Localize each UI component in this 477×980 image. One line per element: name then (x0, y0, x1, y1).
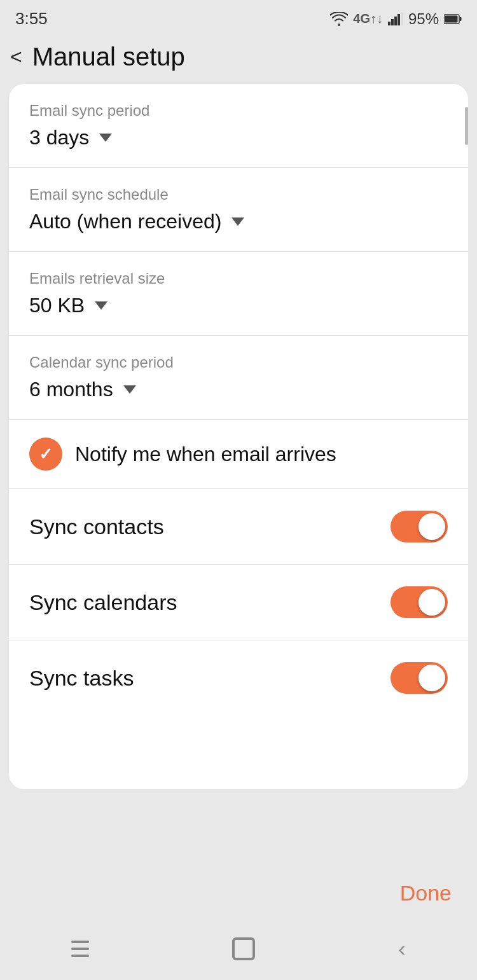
svg-rect-1 (391, 19, 394, 25)
email-sync-schedule-row[interactable]: Email sync schedule Auto (when received) (9, 168, 468, 252)
footer: Done (0, 863, 477, 923)
checkmark-icon: ✓ (39, 445, 53, 464)
done-button[interactable]: Done (400, 881, 452, 906)
svg-rect-3 (398, 14, 400, 25)
wifi-icon (330, 12, 348, 26)
emails-retrieval-size-label: Emails retrieval size (29, 270, 448, 287)
status-bar: 3:55 4G↑↓ 95% (0, 0, 477, 34)
calendar-sync-period-arrow (123, 385, 136, 394)
back-button[interactable]: < (10, 45, 22, 69)
svg-rect-7 (445, 15, 458, 22)
sync-contacts-toggle[interactable] (391, 511, 448, 542)
nav-line-3 (71, 955, 89, 957)
sync-contacts-row: Sync contacts (9, 489, 468, 565)
nav-line-1 (71, 941, 89, 943)
settings-card: Email sync period 3 days Email sync sche… (9, 84, 468, 789)
emails-retrieval-size-row[interactable]: Emails retrieval size 50 KB (9, 252, 468, 336)
sync-tasks-row: Sync tasks (9, 640, 468, 715)
signal-icon (388, 13, 403, 25)
sync-tasks-toggle[interactable] (391, 662, 448, 694)
network-label: 4G↑↓ (353, 11, 383, 26)
email-sync-schedule-label: Email sync schedule (29, 186, 448, 204)
email-sync-period-row[interactable]: Email sync period 3 days (9, 84, 468, 168)
emails-retrieval-size-value[interactable]: 50 KB (29, 294, 448, 317)
battery-icon (444, 14, 462, 24)
calendar-sync-period-row[interactable]: Calendar sync period 6 months (9, 336, 468, 420)
notify-checkbox[interactable]: ✓ (29, 438, 62, 471)
email-sync-period-arrow (99, 134, 112, 142)
battery-percentage: 95% (408, 10, 439, 28)
status-time: 3:55 (15, 9, 48, 29)
spacer (0, 789, 477, 863)
nav-bar: ‹ (0, 923, 477, 980)
notify-label: Notify me when email arrives (75, 443, 336, 466)
sync-tasks-label: Sync tasks (29, 666, 134, 691)
svg-rect-2 (394, 17, 397, 25)
email-sync-period-label: Email sync period (29, 102, 448, 120)
notify-row[interactable]: ✓ Notify me when email arrives (9, 420, 468, 489)
svg-rect-0 (388, 22, 391, 25)
emails-retrieval-size-arrow (95, 301, 107, 310)
svg-rect-4 (401, 13, 403, 25)
email-sync-schedule-arrow (232, 217, 244, 226)
scroll-indicator (465, 107, 468, 145)
sync-calendars-label: Sync calendars (29, 590, 177, 615)
sync-contacts-label: Sync contacts (29, 514, 164, 539)
nav-back-button[interactable]: ‹ (398, 936, 405, 961)
email-sync-period-value[interactable]: 3 days (29, 126, 448, 149)
page-title: Manual setup (32, 43, 185, 71)
recent-button[interactable] (71, 941, 89, 957)
sync-calendars-row: Sync calendars (9, 565, 468, 640)
sync-calendars-toggle[interactable] (391, 586, 448, 618)
svg-rect-6 (460, 17, 462, 21)
nav-line-2 (71, 948, 89, 950)
calendar-sync-period-label: Calendar sync period (29, 354, 448, 371)
calendar-sync-period-value[interactable]: 6 months (29, 378, 448, 401)
home-button[interactable] (232, 937, 255, 960)
status-right: 4G↑↓ 95% (330, 10, 462, 28)
email-sync-schedule-value[interactable]: Auto (when received) (29, 210, 448, 233)
header: < Manual setup (0, 34, 477, 84)
